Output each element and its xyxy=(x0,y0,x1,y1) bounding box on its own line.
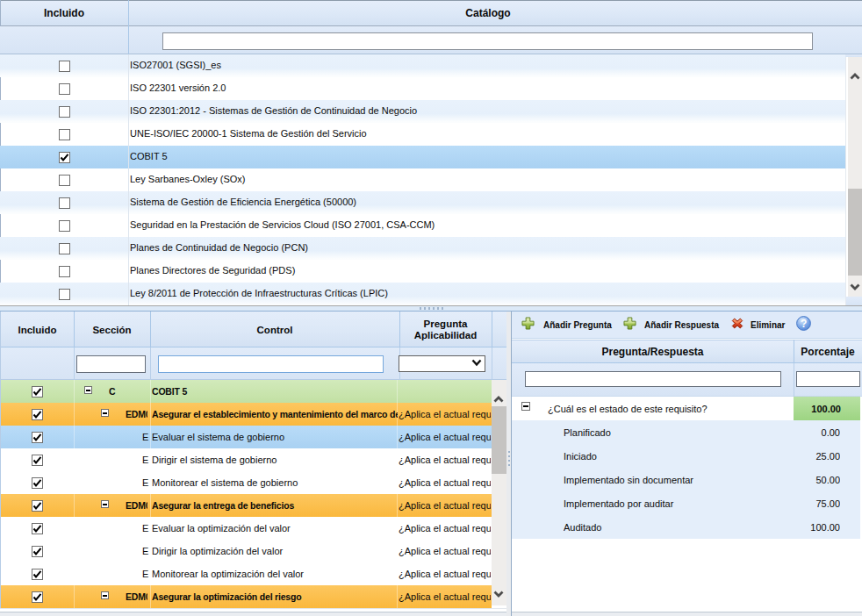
svg-text:?: ? xyxy=(801,318,807,330)
